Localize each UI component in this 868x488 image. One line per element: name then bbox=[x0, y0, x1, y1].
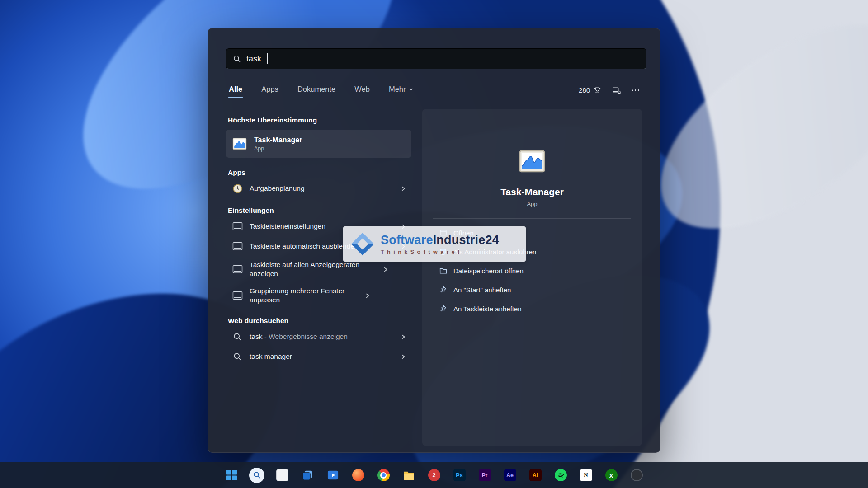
clock-icon bbox=[231, 183, 243, 194]
best-match-subtitle: App bbox=[254, 145, 302, 152]
taskbar-icon-xbox[interactable]: x bbox=[602, 466, 621, 485]
chevron-right-icon bbox=[400, 354, 406, 360]
preview-subtitle: App bbox=[527, 201, 537, 207]
search-results-area: Höchste Übereinstimmung Task-Manager App… bbox=[226, 109, 642, 446]
preview-title: Task-Manager bbox=[500, 187, 564, 197]
windows-logo-icon bbox=[226, 469, 237, 481]
search-query-text: task bbox=[246, 54, 261, 64]
preview-panel: Task-Manager App Öffnen Als Administrato… bbox=[422, 109, 642, 446]
taskbar-settings-icon bbox=[231, 242, 243, 251]
pin-icon bbox=[439, 286, 448, 293]
best-match-title: Task-Manager bbox=[254, 136, 302, 144]
taskbar-icon-notion[interactable]: N bbox=[576, 466, 595, 485]
taskbar-icon-illustrator[interactable]: Ai bbox=[526, 466, 545, 485]
text-caret bbox=[267, 53, 268, 64]
result-web-task[interactable]: task - Webergebnisse anzeigen bbox=[226, 327, 411, 347]
tabs-right-cluster: 280 bbox=[579, 86, 639, 94]
taskbar-icon-photoshop[interactable]: Ps bbox=[450, 466, 469, 485]
taskbar-settings-icon bbox=[231, 222, 243, 231]
task-manager-large-icon bbox=[518, 147, 547, 178]
rewards-points: 280 bbox=[579, 86, 590, 94]
best-match-header: Höchste Übereinstimmung bbox=[228, 116, 411, 124]
chevron-right-icon bbox=[364, 293, 370, 299]
taskbar-icon-white-app[interactable] bbox=[273, 466, 292, 485]
search-icon bbox=[231, 333, 243, 341]
settings-header: Einstellungen bbox=[228, 206, 411, 215]
taskbar-icon-media-app[interactable] bbox=[323, 466, 342, 485]
xbox-icon: x bbox=[605, 469, 618, 481]
taskbar-icon-after-effects[interactable]: Ae bbox=[500, 466, 519, 485]
premiere-icon: Pr bbox=[479, 469, 491, 481]
taskbar-settings-icon bbox=[231, 265, 243, 274]
taskbar-settings-icon bbox=[231, 291, 243, 300]
watermark-tagline: T h i n k S o f t w a r e ! bbox=[381, 249, 499, 255]
chevron-down-icon bbox=[409, 87, 414, 92]
notion-icon: N bbox=[580, 469, 592, 481]
action-pin-to-taskbar[interactable]: An Taskleiste anheften bbox=[433, 299, 631, 318]
watermark-logo-icon bbox=[350, 232, 375, 256]
search-icon bbox=[233, 55, 241, 63]
result-label: Aufgabenplanung bbox=[250, 184, 394, 193]
rewards-badge[interactable]: 280 bbox=[579, 86, 601, 94]
chevron-right-icon bbox=[382, 267, 388, 272]
pin-icon bbox=[439, 305, 448, 312]
media-app-icon bbox=[327, 469, 339, 481]
action-pin-to-start[interactable]: An "Start" anheften bbox=[433, 280, 631, 299]
chrome-icon bbox=[377, 469, 390, 481]
search-icon bbox=[231, 352, 243, 361]
action-open-file-location[interactable]: Dateispeicherort öffnen bbox=[433, 261, 631, 280]
tab-mehr[interactable]: Mehr bbox=[388, 83, 415, 98]
result-label: Gruppierung mehrerer Fenster anpassen bbox=[250, 286, 358, 305]
taskbar-icon-search[interactable] bbox=[247, 466, 266, 485]
chevron-right-icon bbox=[400, 334, 406, 340]
folder-icon bbox=[439, 267, 448, 274]
web-query: task bbox=[250, 333, 262, 340]
orange-app-icon bbox=[352, 469, 364, 481]
taskbar-icon-dark-app[interactable] bbox=[627, 466, 646, 485]
tab-alle[interactable]: Alle bbox=[228, 83, 243, 98]
photoshop-icon: Ps bbox=[453, 469, 466, 481]
rewards-trophy-icon bbox=[594, 87, 601, 94]
search-input[interactable]: task bbox=[226, 48, 646, 69]
device-search-icon[interactable] bbox=[612, 87, 621, 94]
taskbar-icon-red-app[interactable]: 2 bbox=[425, 466, 443, 485]
taskbar: 2 Ps Pr Ae Ai N x bbox=[0, 462, 868, 488]
chevron-right-icon bbox=[400, 186, 406, 192]
folder-icon bbox=[403, 470, 415, 480]
after-effects-icon: Ae bbox=[504, 469, 516, 481]
tab-dokumente[interactable]: Dokumente bbox=[297, 83, 336, 98]
task-manager-icon bbox=[231, 136, 248, 152]
apps-header: Apps bbox=[228, 169, 411, 177]
result-web-task-manager[interactable]: task manager bbox=[226, 347, 411, 366]
task-view-icon bbox=[302, 469, 314, 481]
more-options-icon[interactable] bbox=[632, 89, 640, 91]
taskbar-icon-spotify[interactable] bbox=[551, 466, 570, 485]
white-app-icon bbox=[276, 469, 288, 481]
result-aufgabenplanung[interactable]: Aufgabenplanung bbox=[226, 178, 411, 198]
watermark: SoftwareIndustrie24 T h i n k S o f t w … bbox=[343, 226, 526, 262]
tab-apps[interactable]: Apps bbox=[260, 83, 279, 98]
results-list: Höchste Übereinstimmung Task-Manager App… bbox=[226, 109, 411, 446]
search-tabs: Alle Apps Dokumente Web Mehr 280 bbox=[228, 82, 639, 99]
taskbar-icon-orange-app[interactable] bbox=[349, 466, 368, 485]
tab-web[interactable]: Web bbox=[354, 83, 371, 98]
watermark-brand-1: Software bbox=[381, 233, 433, 247]
result-label: Taskleiste auf allen Anzeigegeräten anze… bbox=[250, 260, 376, 278]
taskbar-icon-chrome[interactable] bbox=[374, 466, 393, 485]
taskbar-icon-start[interactable] bbox=[222, 466, 241, 485]
watermark-brand-2: Industrie24 bbox=[433, 233, 499, 247]
web-search-header: Web durchsuchen bbox=[228, 317, 411, 325]
spotify-icon bbox=[555, 469, 567, 481]
search-icon bbox=[249, 468, 264, 483]
red-app-icon: 2 bbox=[428, 469, 440, 481]
web-query: task manager bbox=[250, 352, 292, 360]
taskbar-icon-file-explorer[interactable] bbox=[399, 466, 418, 485]
taskbar-icon-task-view[interactable] bbox=[298, 466, 317, 485]
illustrator-icon: Ai bbox=[529, 469, 542, 481]
best-match-task-manager[interactable]: Task-Manager App bbox=[226, 130, 411, 158]
dark-app-icon bbox=[631, 469, 643, 481]
taskbar-icon-premiere[interactable]: Pr bbox=[475, 466, 494, 485]
result-gruppierung-fenster[interactable]: Gruppierung mehrerer Fenster anpassen bbox=[226, 282, 411, 309]
web-suffix: - Webergebnisse anzeigen bbox=[262, 333, 347, 340]
